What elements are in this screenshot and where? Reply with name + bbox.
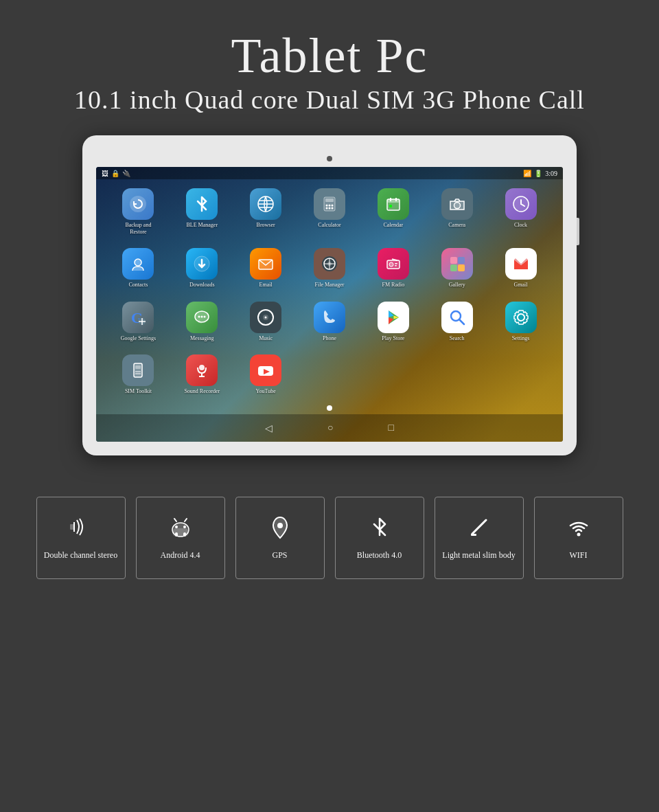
feature-icon-stereo — [69, 515, 93, 545]
feature-stereo: Double channel stereo — [36, 497, 126, 579]
feature-label-stereo: Double channel stereo — [44, 550, 117, 561]
app-browser[interactable]: Browser — [234, 184, 298, 244]
svg-point-28 — [389, 262, 393, 267]
feature-label-android: Android 4.4 — [161, 550, 200, 561]
svg-point-43 — [204, 315, 206, 317]
app-icon-playstore — [378, 302, 409, 333]
svg-point-74 — [577, 533, 580, 537]
nav-recent[interactable]: □ — [389, 422, 394, 433]
svg-rect-33 — [458, 257, 465, 264]
app-ble[interactable]: BLE Manager — [170, 184, 234, 244]
tablet-device: 🖼 🔒 🔌 📶 🔋 3:09 Backup and RestoreBLE Man… — [82, 135, 577, 455]
app-label-youtube: YouTube — [256, 388, 276, 395]
app-icon-ble — [186, 188, 218, 220]
svg-rect-73 — [471, 534, 476, 536]
svg-line-67 — [174, 519, 176, 521]
svg-line-52 — [459, 319, 464, 324]
app-email[interactable]: Email — [234, 244, 298, 297]
svg-rect-30 — [395, 265, 397, 267]
feature-android: Android 4.4 — [136, 497, 225, 579]
app-label-music: Music — [259, 335, 273, 342]
feature-label-metal: Light metal slim body — [442, 550, 515, 561]
status-time: 3:09 — [545, 170, 557, 177]
app-gmail[interactable]: Gmail — [489, 244, 553, 297]
app-label-googlesettings: Google Settings — [121, 335, 156, 342]
app-clock[interactable]: Clock — [489, 184, 553, 244]
app-icon-downloads — [186, 248, 218, 280]
app-settings[interactable]: Settings — [489, 297, 553, 351]
app-soundrecorder[interactable]: Sound Recorder — [170, 350, 234, 404]
app-icon-simtoolkit — [122, 354, 154, 386]
app-music[interactable]: Music — [234, 297, 298, 351]
feature-icon-gps — [268, 515, 292, 545]
app-icon-calculator — [314, 188, 345, 220]
app-label-downloads: Downloads — [189, 282, 214, 289]
svg-rect-70 — [183, 532, 186, 537]
app-fmradio[interactable]: FM Radio — [361, 244, 425, 297]
svg-point-41 — [198, 315, 200, 317]
app-backup[interactable]: Backup and Restore — [106, 184, 170, 244]
app-icon-gmail — [505, 248, 537, 280]
svg-point-46 — [265, 316, 267, 318]
feature-label-gps: GPS — [272, 550, 287, 561]
app-youtube[interactable]: YouTube — [234, 350, 298, 404]
app-label-backup: Backup and Restore — [117, 222, 159, 235]
svg-rect-14 — [389, 205, 392, 207]
svg-line-68 — [185, 519, 187, 521]
app-filemanager[interactable]: File Manager — [298, 244, 362, 297]
app-label-email: Email — [259, 282, 273, 289]
page-indicator — [327, 405, 332, 411]
app-icon-camera — [441, 188, 473, 220]
app-downloads[interactable]: Downloads — [170, 244, 234, 297]
svg-point-6 — [331, 205, 333, 207]
svg-rect-35 — [458, 264, 465, 271]
app-phone[interactable]: Phone — [298, 297, 362, 351]
app-label-settings: Settings — [512, 335, 530, 342]
svg-point-7 — [325, 207, 327, 210]
status-bar: 🖼 🔒 🔌 📶 🔋 3:09 — [96, 167, 563, 179]
app-label-ble: BLE Manager — [187, 222, 218, 229]
status-icon-3: 🔌 — [122, 170, 130, 177]
app-camera[interactable]: Camera — [425, 184, 489, 244]
wallpaper: Backup and RestoreBLE ManagerBrowserCalc… — [96, 167, 563, 442]
app-simtoolkit[interactable]: SIM Toolkit — [106, 350, 170, 404]
svg-point-71 — [277, 523, 283, 528]
app-playstore[interactable]: Play Store — [361, 297, 425, 351]
app-googlesettings[interactable]: GGoogle Settings — [106, 297, 170, 351]
app-search[interactable]: Search — [425, 297, 489, 351]
app-calendar[interactable]: Calendar — [361, 184, 425, 244]
feature-icon-android — [168, 515, 193, 545]
svg-point-42 — [201, 315, 203, 317]
app-label-contacts: Contacts — [128, 282, 148, 289]
svg-line-72 — [472, 520, 486, 534]
app-messaging[interactable]: Messaging — [170, 297, 234, 351]
app-label-simtoolkit: SIM Toolkit — [125, 388, 152, 395]
app-icon-email — [250, 248, 281, 280]
svg-rect-69 — [175, 532, 178, 537]
nav-home[interactable]: ○ — [327, 422, 333, 433]
app-label-calculator: Calculator — [318, 222, 340, 229]
app-icon-phone — [314, 302, 345, 333]
feature-label-wifi: WIFI — [570, 550, 588, 561]
app-icon-contacts — [122, 248, 154, 280]
app-label-phone: Phone — [323, 335, 336, 342]
status-left: 🖼 🔒 🔌 — [102, 170, 130, 177]
app-calculator[interactable]: Calculator — [298, 184, 362, 244]
app-grid: Backup and RestoreBLE ManagerBrowserCalc… — [96, 181, 563, 407]
svg-point-65 — [175, 526, 178, 528]
svg-rect-29 — [395, 263, 397, 264]
app-icon-backup — [122, 188, 154, 220]
app-label-camera: Camera — [448, 222, 465, 229]
features-row: Double channel stereoAndroid 4.4GPSBluet… — [9, 497, 651, 579]
feature-icon-bluetooth — [367, 515, 392, 545]
tablet-side-button[interactable] — [577, 218, 579, 245]
app-contacts[interactable]: Contacts — [106, 244, 170, 297]
tablet-frame: 🖼 🔒 🔌 📶 🔋 3:09 Backup and RestoreBLE Man… — [82, 135, 577, 455]
app-label-search: Search — [450, 335, 465, 342]
app-label-filemanager: File Manager — [315, 282, 345, 289]
status-signal: 📶 — [523, 170, 531, 177]
svg-point-5 — [328, 205, 330, 207]
nav-back[interactable]: ◁ — [265, 422, 273, 434]
app-icon-browser — [250, 188, 281, 220]
app-gallery[interactable]: Gallery — [425, 244, 489, 297]
